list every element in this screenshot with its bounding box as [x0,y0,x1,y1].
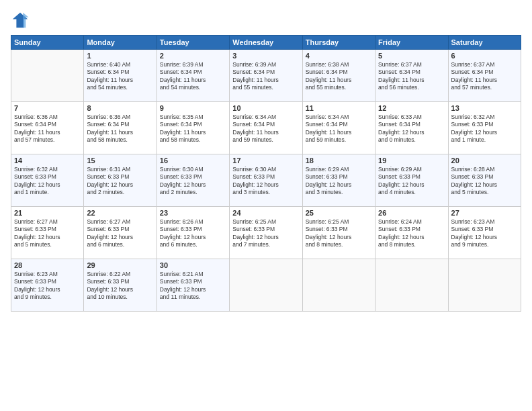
day-info: Sunrise: 6:32 AM Sunset: 6:33 PM Dayligh… [14,166,81,197]
calendar-cell: 29Sunrise: 6:22 AM Sunset: 6:33 PM Dayli… [84,259,157,312]
calendar-week-row: 14Sunrise: 6:32 AM Sunset: 6:33 PM Dayli… [11,154,521,207]
day-info: Sunrise: 6:23 AM Sunset: 6:33 PM Dayligh… [14,271,81,302]
day-number: 4 [306,52,372,60]
calendar-cell: 28Sunrise: 6:23 AM Sunset: 6:33 PM Dayli… [11,259,84,312]
day-number: 5 [378,52,445,60]
logo [11,11,32,30]
day-number: 15 [87,156,153,165]
day-info: Sunrise: 6:25 AM Sunset: 6:33 PM Dayligh… [232,218,299,249]
weekday-header: Saturday [448,36,521,50]
day-info: Sunrise: 6:34 AM Sunset: 6:34 PM Dayligh… [232,113,299,144]
day-number: 18 [306,156,372,165]
day-info: Sunrise: 6:37 AM Sunset: 6:34 PM Dayligh… [451,61,518,92]
day-number: 10 [232,104,299,112]
calendar-cell: 23Sunrise: 6:26 AM Sunset: 6:33 PM Dayli… [157,207,229,259]
calendar-cell: 15Sunrise: 6:31 AM Sunset: 6:33 PM Dayli… [84,154,157,207]
day-number: 22 [87,209,153,217]
day-number: 25 [306,209,372,217]
day-number: 24 [232,209,299,217]
calendar-cell: 1Sunrise: 6:40 AM Sunset: 6:34 PM Daylig… [84,50,157,102]
calendar-cell: 10Sunrise: 6:34 AM Sunset: 6:34 PM Dayli… [230,102,302,154]
calendar-cell: 19Sunrise: 6:29 AM Sunset: 6:33 PM Dayli… [375,154,448,207]
calendar-cell [302,259,375,312]
day-number: 30 [160,261,226,269]
day-number: 29 [87,261,153,269]
calendar-cell: 9Sunrise: 6:35 AM Sunset: 6:34 PM Daylig… [157,102,229,154]
day-info: Sunrise: 6:29 AM Sunset: 6:33 PM Dayligh… [378,166,445,197]
calendar-week-row: 28Sunrise: 6:23 AM Sunset: 6:33 PM Dayli… [11,259,521,312]
day-info: Sunrise: 6:34 AM Sunset: 6:34 PM Dayligh… [306,113,372,144]
day-number: 16 [160,156,226,165]
day-info: Sunrise: 6:39 AM Sunset: 6:34 PM Dayligh… [232,61,299,92]
calendar-cell: 3Sunrise: 6:39 AM Sunset: 6:34 PM Daylig… [230,50,302,102]
calendar-cell: 17Sunrise: 6:30 AM Sunset: 6:33 PM Dayli… [230,154,302,207]
day-number: 28 [14,261,81,269]
calendar-cell: 8Sunrise: 6:36 AM Sunset: 6:34 PM Daylig… [84,102,157,154]
calendar-cell [11,50,84,102]
day-number: 3 [232,52,299,60]
calendar-cell: 21Sunrise: 6:27 AM Sunset: 6:33 PM Dayli… [11,207,84,259]
day-info: Sunrise: 6:36 AM Sunset: 6:34 PM Dayligh… [87,113,153,144]
day-info: Sunrise: 6:27 AM Sunset: 6:33 PM Dayligh… [87,218,153,249]
day-info: Sunrise: 6:32 AM Sunset: 6:33 PM Dayligh… [451,113,518,144]
day-number: 1 [87,52,153,60]
calendar-table: SundayMondayTuesdayWednesdayThursdayFrid… [11,35,521,312]
day-info: Sunrise: 6:24 AM Sunset: 6:33 PM Dayligh… [378,218,445,249]
day-number: 17 [232,156,299,165]
weekday-header: Wednesday [230,36,302,50]
calendar-cell [230,259,302,312]
calendar-cell: 6Sunrise: 6:37 AM Sunset: 6:34 PM Daylig… [448,50,521,102]
day-number: 9 [160,104,226,112]
day-number: 11 [306,104,372,112]
day-number: 19 [378,156,445,165]
day-info: Sunrise: 6:36 AM Sunset: 6:34 PM Dayligh… [14,113,81,144]
weekday-header: Tuesday [157,36,229,50]
calendar-week-row: 21Sunrise: 6:27 AM Sunset: 6:33 PM Dayli… [11,207,521,259]
weekday-header: Friday [375,36,448,50]
day-info: Sunrise: 6:35 AM Sunset: 6:34 PM Dayligh… [160,113,226,144]
day-number: 26 [378,209,445,217]
day-info: Sunrise: 6:28 AM Sunset: 6:33 PM Dayligh… [451,166,518,197]
day-number: 27 [451,209,518,217]
day-info: Sunrise: 6:22 AM Sunset: 6:33 PM Dayligh… [87,271,153,302]
day-info: Sunrise: 6:29 AM Sunset: 6:33 PM Dayligh… [306,166,372,197]
calendar-cell: 27Sunrise: 6:23 AM Sunset: 6:33 PM Dayli… [448,207,521,259]
calendar-cell [375,259,448,312]
logo-icon [11,11,30,30]
day-info: Sunrise: 6:33 AM Sunset: 6:34 PM Dayligh… [378,113,445,144]
calendar-week-row: 7Sunrise: 6:36 AM Sunset: 6:34 PM Daylig… [11,102,521,154]
day-number: 13 [451,104,518,112]
calendar-cell: 7Sunrise: 6:36 AM Sunset: 6:34 PM Daylig… [11,102,84,154]
day-number: 2 [160,52,226,60]
calendar-cell: 2Sunrise: 6:39 AM Sunset: 6:34 PM Daylig… [157,50,229,102]
day-number: 14 [14,156,81,165]
calendar-cell: 25Sunrise: 6:25 AM Sunset: 6:33 PM Dayli… [302,207,375,259]
calendar-cell: 5Sunrise: 6:37 AM Sunset: 6:34 PM Daylig… [375,50,448,102]
day-info: Sunrise: 6:40 AM Sunset: 6:34 PM Dayligh… [87,61,153,92]
calendar-cell: 26Sunrise: 6:24 AM Sunset: 6:33 PM Dayli… [375,207,448,259]
weekday-header: Thursday [302,36,375,50]
calendar-cell: 13Sunrise: 6:32 AM Sunset: 6:33 PM Dayli… [448,102,521,154]
calendar-cell: 20Sunrise: 6:28 AM Sunset: 6:33 PM Dayli… [448,154,521,207]
weekday-header: Monday [84,36,157,50]
calendar-cell: 30Sunrise: 6:21 AM Sunset: 6:33 PM Dayli… [157,259,229,312]
day-number: 7 [14,104,81,112]
day-number: 8 [87,104,153,112]
day-number: 6 [451,52,518,60]
calendar-cell: 24Sunrise: 6:25 AM Sunset: 6:33 PM Dayli… [230,207,302,259]
day-info: Sunrise: 6:26 AM Sunset: 6:33 PM Dayligh… [160,218,226,249]
calendar-cell: 11Sunrise: 6:34 AM Sunset: 6:34 PM Dayli… [302,102,375,154]
day-info: Sunrise: 6:27 AM Sunset: 6:33 PM Dayligh… [14,218,81,249]
calendar-cell: 22Sunrise: 6:27 AM Sunset: 6:33 PM Dayli… [84,207,157,259]
day-info: Sunrise: 6:21 AM Sunset: 6:33 PM Dayligh… [160,271,226,302]
day-info: Sunrise: 6:39 AM Sunset: 6:34 PM Dayligh… [160,61,226,92]
page: SundayMondayTuesdayWednesdayThursdayFrid… [0,0,532,411]
calendar-cell: 16Sunrise: 6:30 AM Sunset: 6:33 PM Dayli… [157,154,229,207]
day-number: 20 [451,156,518,165]
day-info: Sunrise: 6:23 AM Sunset: 6:33 PM Dayligh… [451,218,518,249]
weekday-header: Sunday [11,36,84,50]
day-info: Sunrise: 6:38 AM Sunset: 6:34 PM Dayligh… [306,61,372,92]
calendar-week-row: 1Sunrise: 6:40 AM Sunset: 6:34 PM Daylig… [11,50,521,102]
calendar-cell: 18Sunrise: 6:29 AM Sunset: 6:33 PM Dayli… [302,154,375,207]
header [11,11,521,30]
